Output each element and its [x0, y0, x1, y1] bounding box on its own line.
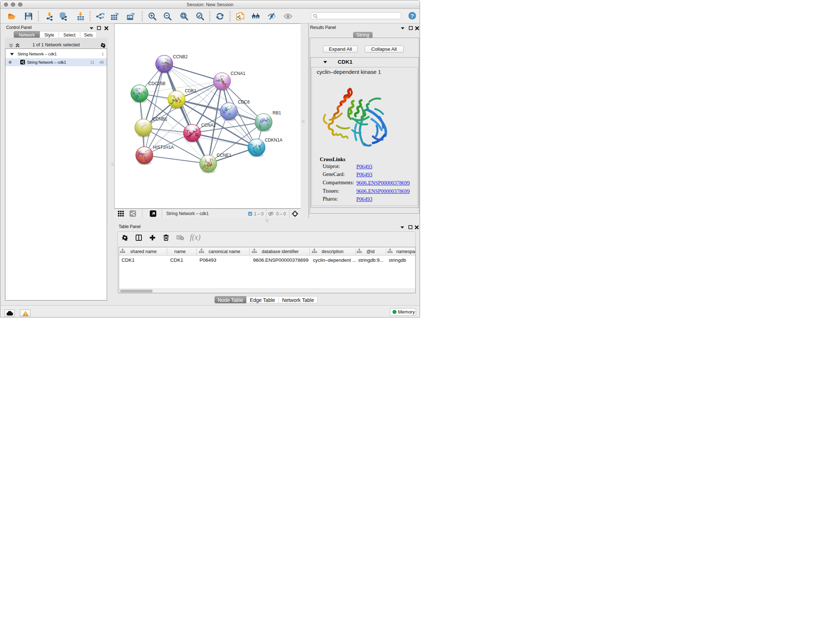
- svg-text:CDK1: CDK1: [185, 88, 196, 93]
- svg-text:CCNB2: CCNB2: [173, 54, 188, 59]
- svg-text:CCNB1: CCNB1: [153, 117, 167, 122]
- svg-text:HIST1H1A: HIST1H1A: [153, 145, 174, 150]
- svg-text:CCNA2: CCNA2: [201, 123, 216, 128]
- svg-text:CDC25B: CDC25B: [148, 81, 165, 86]
- svg-text:CDKN1A: CDKN1A: [265, 138, 283, 143]
- svg-text:RB1: RB1: [273, 111, 281, 116]
- svg-text:CCNE1: CCNE1: [217, 153, 232, 158]
- svg-text:CCNA1: CCNA1: [231, 71, 246, 76]
- svg-text:CDC6: CDC6: [238, 100, 250, 105]
